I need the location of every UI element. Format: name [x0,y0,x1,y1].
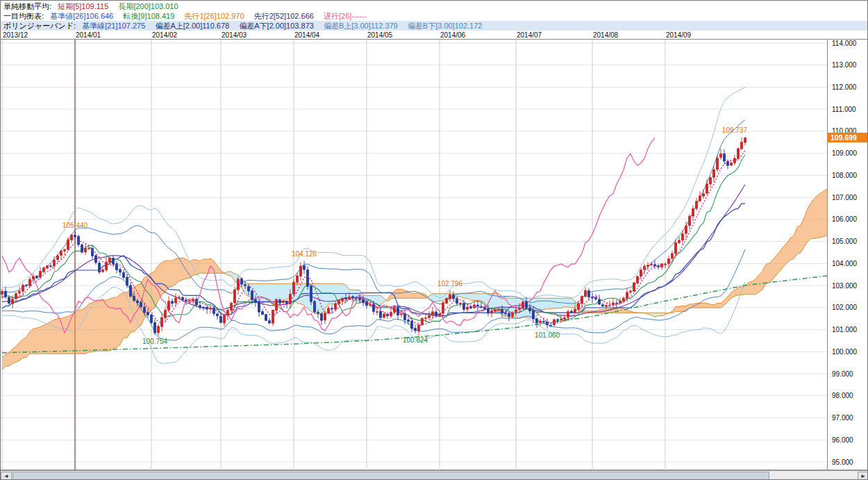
bollinger-b-upper-value: 偏差B上[3.00]112.379 [324,22,398,30]
price-axis-label: 96.000 [832,436,853,444]
bollinger-center-value: 基準線[21]107.275 [82,22,145,30]
price-axis-label: 107.000 [832,194,857,201]
price-axis-label: 104.000 [832,260,857,267]
y-axis-price-scale: 114.000113.000112.000111.000110.000109.0… [827,39,868,470]
ichimoku-tenkan-value: 転換[9]108.419 [123,12,174,20]
scroll-right-button[interactable]: ► [858,472,868,480]
month-label: 2014/07 [517,31,542,39]
price-axis-label: 113.000 [832,61,856,69]
price-axis-label: 114.000 [832,40,856,47]
price-axis-label: 108.000 [832,172,857,179]
bollinger-a-upper-value: 偏差A上[2.00]110.678 [155,22,229,30]
month-label: 2014/09 [666,31,691,39]
legend-row-bollinger: ボリンジャーバンド: 基準線[21]107.275 偏差A上[2.00]110.… [1,21,867,31]
price-axis-label: 103.000 [832,282,857,290]
scroll-left-arrow-icon: ◄ [3,473,9,479]
horizontal-scrollbar[interactable]: ◄ ► [1,470,868,480]
ichimoku-chikou-value: 遅行[26]------ [324,12,367,20]
price-axis-label: 105.000 [832,238,857,245]
month-label: 2014/04 [294,31,319,39]
price-axis-label: 109.000 [832,149,857,157]
bollinger-a-lower-value: 偏差A下[2.00]103.873 [239,22,314,30]
bollinger-legend-label: ボリンジャーバンド: [3,22,76,30]
month-label: 2014/03 [222,31,247,39]
grid-vertical [2,40,665,471]
price-axis-label: 101.000 [832,326,857,333]
price-axis-label: 111.000 [832,106,856,113]
price-axis-label: 102.000 [832,304,857,311]
price-axis-label: 95.000 [832,458,853,466]
ichimoku-kijun-value: 基準値[26]106.646 [50,12,113,20]
price-axis-label: 112.000 [832,83,856,91]
chart-plot-area[interactable]: 105.440100.754104.126100.824102.796101.0… [1,39,827,470]
scroll-right-arrow-icon: ► [860,473,866,479]
month-label: 2014/06 [440,31,465,39]
price-axis-label: 98.000 [832,392,853,399]
chart-window: 単純移動平均: 短期[5]109.115 長期[200]103.010 一目均衡… [0,0,868,480]
svg-text:100.754: 100.754 [142,338,168,345]
legend-row-ichimoku: 一目均衡表: 基準値[26]106.646 転換[9]108.419 先行1[2… [1,11,867,21]
svg-text:109.737: 109.737 [722,126,748,134]
sma-short-value: 短期[5]109.115 [58,2,108,10]
x-axis-month-labels: 2013/122014/012014/022014/032014/042014/… [1,31,827,39]
svg-text:104.126: 104.126 [292,250,317,258]
svg-text:102.796: 102.796 [437,280,463,288]
current-price-badge: 109.699 [827,133,868,142]
price-axis-label: 99.000 [832,370,853,378]
ichimoku-legend-label: 一目均衡表: [3,12,44,20]
month-label: 2014/08 [593,31,618,39]
svg-text:100.824: 100.824 [403,336,428,344]
scroll-left-button[interactable]: ◄ [1,472,12,480]
month-label: 2014/01 [76,31,101,39]
price-axis-label: 100.000 [832,348,857,356]
ichimoku-senkou1-value: 先行1[26]102.970 [184,12,244,20]
ichimoku-senkou2-value: 先行2[52]102.666 [254,12,314,20]
svg-text:105.440: 105.440 [62,222,88,229]
month-label: 2014/05 [367,31,392,39]
legend-row-sma: 単純移動平均: 短期[5]109.115 長期[200]103.010 [1,1,867,11]
month-label: 2013/12 [3,31,28,39]
svg-text:101.060: 101.060 [535,331,560,339]
indicator-legend: 単純移動平均: 短期[5]109.115 長期[200]103.010 一目均衡… [1,1,867,31]
sma-legend-label: 単純移動平均: [3,2,51,10]
price-axis-label: 106.000 [832,215,857,223]
grid-horizontal [1,43,827,462]
price-axis-label: 97.000 [832,414,853,422]
bollinger-b-lower-value: 偏差B下[3.00]102.172 [408,22,483,30]
sma-long-value: 長期[200]103.010 [118,2,178,10]
scrollbar-thumb[interactable] [12,472,769,480]
month-label: 2014/02 [152,31,177,39]
